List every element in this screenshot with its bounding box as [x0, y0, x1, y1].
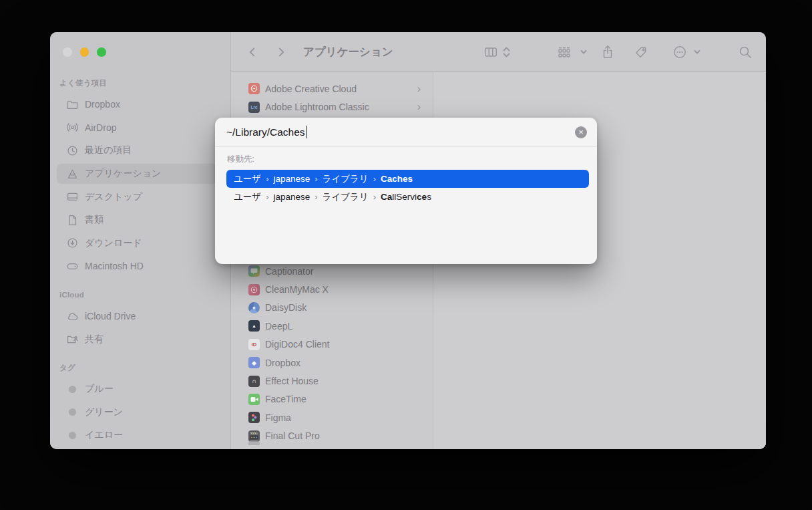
- harddisk-icon: [65, 259, 79, 273]
- dropbox-app-icon: ◆: [248, 357, 260, 368]
- path-segment: ライブラリ: [323, 173, 369, 185]
- path-input[interactable]: ~/Library/Caches: [226, 126, 575, 138]
- path-segment: japanese: [273, 192, 310, 202]
- suggestion-row[interactable]: ユーザ›japanese›ライブラリ›CallServices: [226, 188, 589, 206]
- share-button[interactable]: [600, 32, 615, 72]
- applications-icon: [65, 167, 79, 180]
- chevron-down-icon: [580, 48, 588, 56]
- sidebar-item-書類[interactable]: 書類: [50, 209, 230, 232]
- sidebar-item-Dropbox[interactable]: Dropbox: [50, 93, 230, 116]
- sidebar-item-label: ダウンロード: [85, 237, 142, 249]
- sidebar-item-アプリケーション[interactable]: アプリケーション: [50, 162, 230, 186]
- sidebar-item-最近の項目[interactable]: 最近の項目: [50, 139, 230, 162]
- list-item[interactable]: iDDigiDoc4 Client: [231, 336, 433, 354]
- sidebar-item-label: AirDrop: [85, 122, 116, 133]
- tag-icon: [633, 45, 648, 60]
- zoom-button[interactable]: [97, 47, 106, 57]
- sidebar-item-label: グリーン: [85, 406, 123, 418]
- minimize-button[interactable]: [80, 47, 89, 57]
- file-name: Adobe Lightroom Classic: [265, 102, 369, 112]
- sidebar-item-label: アプリケーション: [85, 168, 161, 180]
- sidebar-item-label: 最近の項目: [85, 144, 132, 156]
- sidebar-item-グリーン[interactable]: グリーン: [50, 401, 230, 424]
- forward-button[interactable]: [274, 32, 288, 72]
- toolbar: アプリケーション: [231, 32, 766, 72]
- close-button[interactable]: [63, 47, 72, 57]
- destination-label: 移動先:: [227, 154, 254, 165]
- folder-icon: [65, 98, 79, 111]
- file-name: FaceTime: [265, 394, 307, 404]
- tag-button[interactable]: [633, 32, 648, 72]
- file-name: Effect House: [265, 376, 319, 386]
- back-button[interactable]: [246, 32, 259, 72]
- forward-icon: [274, 45, 288, 59]
- list-item[interactable]: DaisyDisk: [231, 299, 433, 317]
- figma-icon: [248, 412, 260, 423]
- file-name: DeepL: [265, 321, 292, 332]
- view-mode-stepper[interactable]: [502, 32, 511, 72]
- suggestion-row[interactable]: ユーザ›japanese›ライブラリ›Caches: [226, 170, 589, 188]
- path-segment: ライブラリ: [323, 191, 369, 203]
- sidebar-item-AirDrop[interactable]: AirDrop: [50, 116, 230, 140]
- file-name: Figma: [265, 412, 291, 423]
- close-icon: ×: [578, 128, 584, 136]
- deepl-icon: ▲: [248, 320, 260, 332]
- chevron-down-icon: [693, 48, 701, 56]
- path-separator-icon: ›: [315, 174, 317, 184]
- more-button[interactable]: [672, 32, 688, 72]
- list-item[interactable]: Captionator: [231, 262, 433, 280]
- disclosure-chevron-icon: ›: [417, 84, 421, 94]
- file-name: CleanMyMac X: [265, 284, 329, 295]
- view-mode-button[interactable]: [483, 32, 498, 72]
- daisydisk-icon: [248, 302, 260, 313]
- sidebar-section-header: iCloud: [50, 285, 230, 305]
- list-item[interactable]: Final Cut Pro: [231, 427, 433, 445]
- shared-folder-icon: [65, 333, 79, 346]
- sidebar-item-ダウンロード[interactable]: ダウンロード: [50, 232, 230, 255]
- clear-button[interactable]: ×: [575, 126, 587, 138]
- list-item[interactable]: ▲DeepL: [231, 317, 433, 335]
- list-item[interactable]: ∩Effect House: [231, 372, 433, 390]
- list-item[interactable]: CleanMyMac X: [231, 280, 433, 298]
- sidebar-item-共有[interactable]: 共有: [50, 328, 230, 351]
- path-segment: s: [427, 192, 431, 202]
- file-name: Final Cut Pro: [265, 430, 320, 441]
- path-separator-icon: ›: [373, 174, 376, 184]
- go-to-folder-dialog: ~/Library/Caches × 移動先: ユーザ›japanese›ライブ…: [215, 118, 597, 264]
- facetime-icon: [248, 394, 260, 405]
- group-chevron[interactable]: [580, 32, 588, 72]
- list-item[interactable]: FaceTime: [231, 390, 433, 408]
- captionator-icon: [248, 265, 260, 277]
- sidebar-item-Macintosh HD[interactable]: Macintosh HD: [50, 255, 230, 278]
- file-name: Captionator: [265, 266, 313, 277]
- more-icon: [672, 44, 688, 60]
- download-icon: [65, 237, 79, 250]
- partial-app-icon: [248, 440, 260, 445]
- back-icon: [246, 45, 259, 59]
- sidebar-item-iCloud Drive[interactable]: iCloud Drive: [50, 305, 230, 328]
- more-chevron[interactable]: [693, 32, 701, 72]
- sidebar-item-ブルー[interactable]: ブルー: [50, 378, 230, 401]
- sidebar-item-label: 書類: [85, 214, 104, 226]
- sidebar-item-label: Dropbox: [85, 99, 120, 110]
- list-item[interactable]: Figma: [231, 408, 433, 426]
- list-item[interactable]: ◆Dropbox: [231, 354, 433, 372]
- list-item[interactable]: LrcAdobe Lightroom Classic›: [231, 98, 433, 116]
- path-separator-icon: ›: [315, 192, 317, 202]
- sidebar: よく使う項目DropboxAirDrop最近の項目アプリケーションデスクトップ書…: [50, 32, 231, 449]
- path-segment: Ca: [381, 192, 392, 202]
- traffic-lights: [63, 47, 106, 57]
- sidebar-item-デスクトップ[interactable]: デスクトップ: [50, 185, 230, 209]
- group-button[interactable]: [556, 32, 572, 72]
- cleanmymac-icon: [248, 284, 260, 295]
- search-button[interactable]: [737, 32, 753, 72]
- tag-dot: [65, 382, 79, 396]
- sidebar-item-イエロー[interactable]: イエロー: [50, 424, 230, 447]
- sidebar-section-header: よく使う項目: [50, 73, 230, 93]
- path-segment: ユーザ: [234, 191, 261, 203]
- file-name: DigiDoc4 Client: [265, 339, 329, 350]
- list-item[interactable]: Adobe Creative Cloud›: [231, 80, 433, 98]
- clock-icon: [65, 144, 79, 157]
- sidebar-section-header: タグ: [50, 358, 230, 378]
- file-name: DaisyDisk: [265, 302, 307, 313]
